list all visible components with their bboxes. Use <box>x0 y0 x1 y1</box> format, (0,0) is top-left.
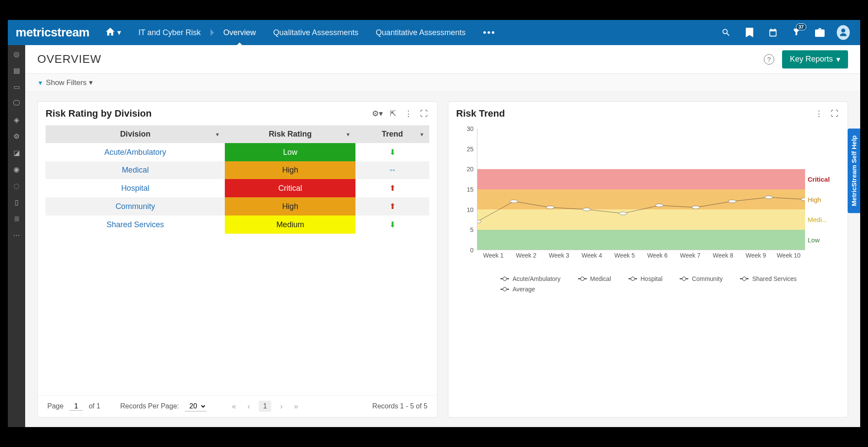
nav-cycle-icon[interactable]: ◌ <box>12 181 21 190</box>
legend-item[interactable]: Acute/Ambulatory <box>500 275 561 282</box>
trend-cell: ⬆ <box>355 197 429 215</box>
nav-gear-icon[interactable]: ⚙ <box>12 132 21 140</box>
nav-file-icon[interactable]: ▯ <box>12 198 21 206</box>
key-reports-button[interactable]: Key Reports ▾ <box>782 50 848 69</box>
expand-icon[interactable]: ⛶ <box>829 109 840 118</box>
page-of-label: of 1 <box>89 402 100 410</box>
caret-down-icon: ▾ <box>836 55 840 64</box>
calendar-icon[interactable] <box>766 26 779 39</box>
breadcrumb-root[interactable]: IT and Cyber Risk <box>132 20 207 45</box>
nav-dashboard-icon[interactable]: ◎ <box>12 49 21 58</box>
nav-reports-icon[interactable]: ▤ <box>12 66 21 75</box>
rating-cell: High <box>225 197 355 215</box>
panel-title: Risk Rating by Division <box>46 108 367 119</box>
x-tick-label: Week 7 <box>674 250 707 268</box>
svg-point-0 <box>477 220 481 223</box>
legend-item[interactable]: Hospital <box>628 275 663 282</box>
legend-marker-icon <box>500 278 509 279</box>
nav-more-icon[interactable]: ⋯ <box>12 231 21 239</box>
nav-monitor-icon[interactable]: ▭ <box>12 82 21 91</box>
export-icon[interactable]: ⇱ <box>388 109 398 118</box>
caret-down-icon: ▾ <box>421 131 423 137</box>
division-cell[interactable]: Shared Services <box>46 215 225 234</box>
svg-point-2 <box>546 206 554 209</box>
division-cell[interactable]: Community <box>46 197 225 215</box>
left-nav: ◎ ▤ ▭ 🖵 ◈ ⚙ ◪ ◉ ◌ ▯ ≣ ⋯ <box>8 45 25 427</box>
pager-first[interactable]: « <box>229 402 239 411</box>
user-avatar[interactable] <box>837 26 850 39</box>
rating-cell: Medium <box>225 215 355 234</box>
pager-last[interactable]: » <box>291 402 301 411</box>
svg-point-3 <box>583 208 591 211</box>
tab-overview[interactable]: Overview <box>217 20 262 45</box>
y-tick-label: 15 <box>467 186 473 193</box>
division-cell[interactable]: Medical <box>46 161 225 179</box>
x-tick-label: Week 5 <box>608 250 641 268</box>
tab-more[interactable]: ••• <box>477 20 502 45</box>
pager-next[interactable]: › <box>277 402 285 411</box>
rpp-label: Records Per Page: <box>120 402 179 410</box>
page-label: Page <box>47 402 63 410</box>
nav-display-icon[interactable]: 🖵 <box>12 99 21 108</box>
expand-icon[interactable]: ⛶ <box>419 109 429 118</box>
key-reports-label: Key Reports <box>790 55 833 64</box>
trend-cell: ⬇ <box>355 215 429 234</box>
notifications-icon[interactable]: 37 <box>790 26 803 39</box>
trend-cell: ↔ <box>355 161 429 179</box>
tab-quantitative[interactable]: Quantitative Assessments <box>370 20 472 45</box>
help-icon[interactable]: ? <box>764 54 774 65</box>
x-tick-label: Week 10 <box>772 250 805 268</box>
pager-prev[interactable]: ‹ <box>245 402 253 411</box>
briefcase-icon[interactable] <box>813 26 826 39</box>
rpp-select[interactable]: 20 <box>185 401 207 411</box>
chart-legend: Acute/AmbulatoryMedicalHospitalCommunity… <box>448 273 848 299</box>
search-icon[interactable] <box>720 26 733 39</box>
legend-item[interactable]: Community <box>680 275 723 282</box>
home-dropdown[interactable]: ▾ <box>100 20 127 45</box>
y-tick-label: 20 <box>467 166 473 173</box>
legend-label: Medical <box>590 275 611 282</box>
trend-up-icon: ⬆ <box>389 202 396 211</box>
gear-icon[interactable]: ⚙▾ <box>372 109 382 118</box>
col-risk-rating[interactable]: Risk Rating▾ <box>225 125 355 143</box>
page-input[interactable] <box>69 402 82 411</box>
legend-label: Hospital <box>641 275 663 282</box>
table-row: CommunityHigh⬆ <box>46 197 429 215</box>
caret-down-icon: ▾ <box>347 131 349 137</box>
show-filters-toggle[interactable]: ▼ Show Filters ▾ <box>37 78 93 87</box>
bookmark-icon[interactable] <box>743 26 756 39</box>
legend-label: Community <box>692 275 723 282</box>
division-cell[interactable]: Hospital <box>46 179 225 197</box>
x-tick-label: Week 6 <box>641 250 674 268</box>
more-icon[interactable]: ⋮ <box>403 109 414 118</box>
home-icon <box>106 28 115 38</box>
svg-point-5 <box>655 204 663 207</box>
trend-down-icon: ⬇ <box>389 220 396 229</box>
nav-refresh-icon[interactable]: ◉ <box>12 165 21 173</box>
brand-logo: metricstream <box>16 26 89 39</box>
nav-tag-icon[interactable]: ◪ <box>12 148 21 157</box>
x-tick-label: Week 3 <box>542 250 575 268</box>
col-division[interactable]: Division▾ <box>46 125 225 143</box>
legend-marker-icon <box>628 278 637 279</box>
table-row: Acute/AmbulatoryLow⬇ <box>46 143 429 161</box>
nav-cube-icon[interactable]: ◈ <box>12 115 21 124</box>
svg-point-1 <box>510 200 518 203</box>
self-help-tab[interactable]: MetricStream Self Help <box>848 128 860 213</box>
legend-item[interactable]: Medical <box>578 275 611 282</box>
more-icon[interactable]: ⋮ <box>814 109 824 118</box>
legend-item[interactable]: Average <box>500 286 535 293</box>
svg-point-7 <box>728 200 736 203</box>
page-header: OVERVIEW ? Key Reports ▾ <box>25 45 860 74</box>
risk-rating-panel: Risk Rating by Division ⚙▾ ⇱ ⋮ ⛶ Divisio… <box>37 101 437 418</box>
trend-cell: ⬆ <box>355 179 429 197</box>
panel-title: Risk Trend <box>456 108 809 119</box>
division-cell[interactable]: Acute/Ambulatory <box>46 143 225 161</box>
legend-item[interactable]: Shared Services <box>740 275 797 282</box>
legend-marker-icon <box>680 278 688 279</box>
tab-qualitative[interactable]: Qualitative Assessments <box>267 20 365 45</box>
caret-down-icon: ▾ <box>89 78 93 87</box>
nav-stack-icon[interactable]: ≣ <box>12 214 21 223</box>
x-tick-label: Week 8 <box>707 250 740 268</box>
col-trend[interactable]: Trend▾ <box>355 125 429 143</box>
